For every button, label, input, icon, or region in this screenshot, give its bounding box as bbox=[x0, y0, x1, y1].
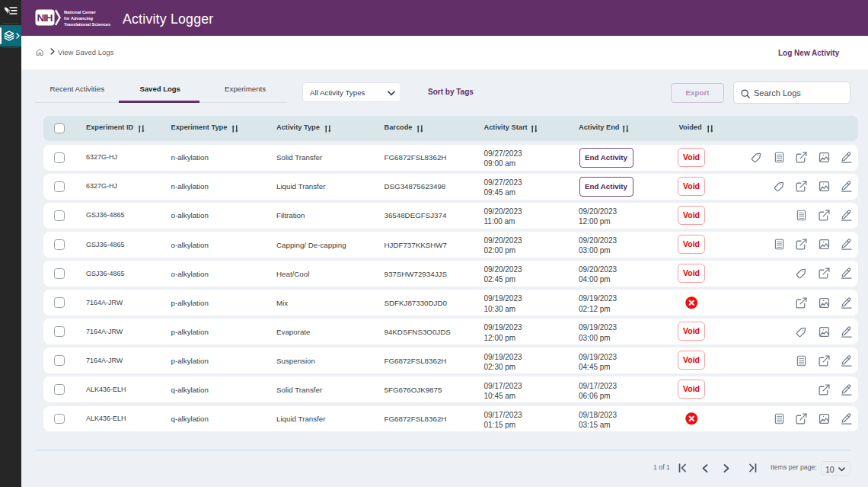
svg-text:NIH: NIH bbox=[37, 12, 53, 24]
